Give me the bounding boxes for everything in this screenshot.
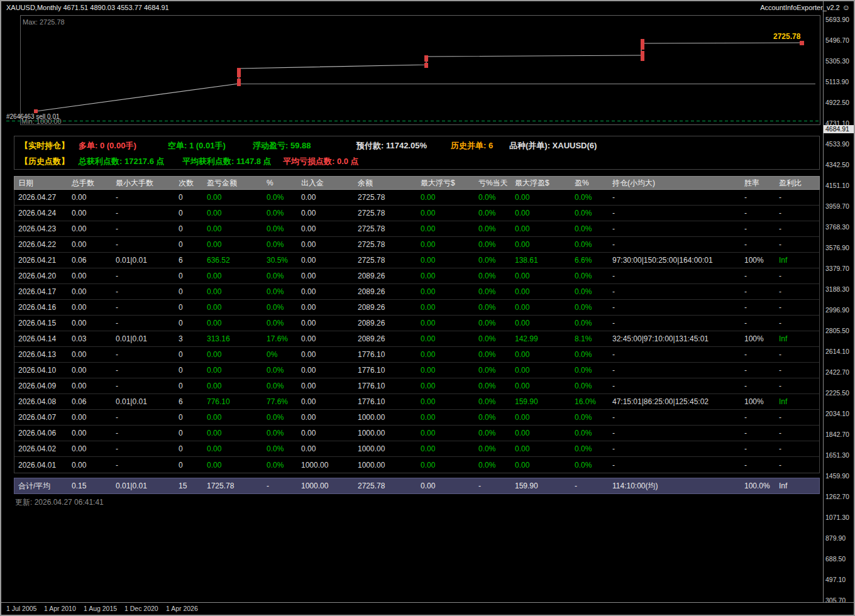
table-cell: 0.06 [70,256,114,265]
table-cell: 0.0% [265,240,300,249]
table-cell: 2725.78 [356,256,419,265]
table-cell: - [611,461,743,470]
table-cell: 1776.10 [356,382,419,390]
table-cell: 3 [177,334,206,343]
table-cell: 138.61 [514,256,573,265]
trade-marker [641,51,644,61]
table-cell: 0.00 [419,382,477,390]
table-cell: 0.01|0.01 [114,397,177,406]
table-row: 2026.04.210.060.01|0.016636.5230.5%0.002… [14,253,819,268]
table-cell: 159.90 [514,481,573,490]
column-header: 胜率 [743,178,778,189]
table-cell: - [114,429,177,437]
table-cell: - [778,366,817,375]
table-cell: 2089.26 [356,303,419,312]
table-cell: 0.00 [514,429,573,437]
table-cell: 0 [177,350,206,359]
table-cell: 0.00 [419,272,477,280]
price-scale-label: 497.10 [825,576,846,583]
table-cell: 0.00 [514,366,573,375]
margin-level-text: 预付款: 11742.05% [356,140,427,151]
table-cell: 2026.04.08 [17,397,70,406]
price-scale-label: 1842.70 [825,431,849,438]
table-cell: 0.0% [573,287,611,296]
table-cell: - [778,303,817,312]
table-cell: 2026.04.10 [17,366,70,375]
table-cell: 2026.04.07 [17,413,70,422]
table-cell: 0.00 [300,209,356,217]
table-cell: - [743,444,778,453]
table-row: 2026.04.090.00-00.000.0%0.001776.100.000… [14,378,819,394]
price-scale-label: 4342.50 [825,161,849,168]
table-cell: 15 [177,481,206,490]
price-scale-label: 879.90 [825,534,846,542]
trade-marker [424,55,428,62]
table-cell: - [743,287,778,296]
table-cell: 0.0% [477,193,514,202]
table-cell: 2026.04.15 [17,319,70,327]
table-cell: 0.0% [573,350,611,359]
table-cell: - [743,319,778,327]
column-header: 亏%当天 [477,178,514,189]
table-total-row: 合计/平均0.150.01|0.01151725.78-1000.002725.… [14,478,820,494]
table-cell: 0.0% [573,272,611,280]
table-cell: 0.00 [514,193,573,202]
table-cell: - [114,382,177,390]
table-cell: - [611,413,743,422]
table-cell: - [114,366,177,375]
column-header: 出入金 [300,178,356,189]
table-row: 2026.04.200.00-00.000.0%0.002089.260.000… [14,268,819,284]
table-cell: - [743,224,778,233]
table-cell: 2089.26 [356,319,419,327]
equity-min-label: Min: 1000.00 [21,118,62,125]
table-cell: 0.00 [419,256,477,265]
table-cell: - [778,272,817,280]
table-cell: 1725.78 [206,481,265,490]
table-cell: 0.00 [70,240,114,249]
table-cell: 2026.04.13 [17,350,70,359]
table-cell: 1000.00 [356,413,419,422]
table-cell: 0.0% [265,303,300,312]
table-cell: 2026.04.24 [17,209,70,217]
table-cell: 0.00 [70,413,114,422]
table-cell: 0.0% [573,444,611,453]
table-cell: 100% [743,256,778,265]
avg-profit-points-text: 平均获利点数: 1147.8 点 [182,156,272,167]
table-cell: 30.5% [265,256,300,265]
table-cell: 0.00 [70,366,114,375]
table-cell: 0 [177,303,206,312]
table-cell: 0.00 [419,209,477,217]
table-cell: - [114,319,177,327]
table-cell: 0.00 [419,413,477,422]
table-cell: - [743,382,778,390]
time-axis[interactable]: 1 Jul 20051 Apr 20101 Aug 20151 Dec 2020… [1,605,823,614]
trade-marker [641,39,644,50]
table-cell: 0.00 [70,444,114,453]
table-cell: 0.0% [573,413,611,422]
table-cell: 16.0% [573,397,611,406]
table-cell: 0.00 [300,303,356,312]
table-cell: - [743,461,778,470]
table-cell: 2026.04.20 [17,272,70,280]
column-header: 盈利比 [778,178,817,189]
table-cell: 0.0% [477,303,514,312]
table-cell: 0.0% [265,272,300,280]
table-cell: 0.15 [70,481,114,490]
table-cell: 0.00 [419,461,477,470]
table-cell: 0.00 [419,334,477,343]
table-cell: 2725.78 [356,209,419,217]
price-scale-label: 3188.30 [825,285,849,293]
price-scale[interactable]: 5693.905496.705305.305113.904922.504731.… [825,1,854,602]
table-row: 2026.04.240.00-00.000.0%0.002725.780.000… [14,206,819,221]
table-cell: 17.6% [265,334,300,343]
current-price-tag: 4684.91 [824,125,854,133]
table-cell: - [743,272,778,280]
table-cell: 6.6% [573,256,611,265]
table-cell: 0.00 [206,224,265,233]
table-cell: - [611,224,743,233]
table-cell: 0.00 [419,350,477,359]
table-cell: - [743,209,778,217]
column-header: 日期 [17,178,70,189]
table-cell: 1000.00 [356,461,419,470]
table-cell: 0.0% [573,303,611,312]
